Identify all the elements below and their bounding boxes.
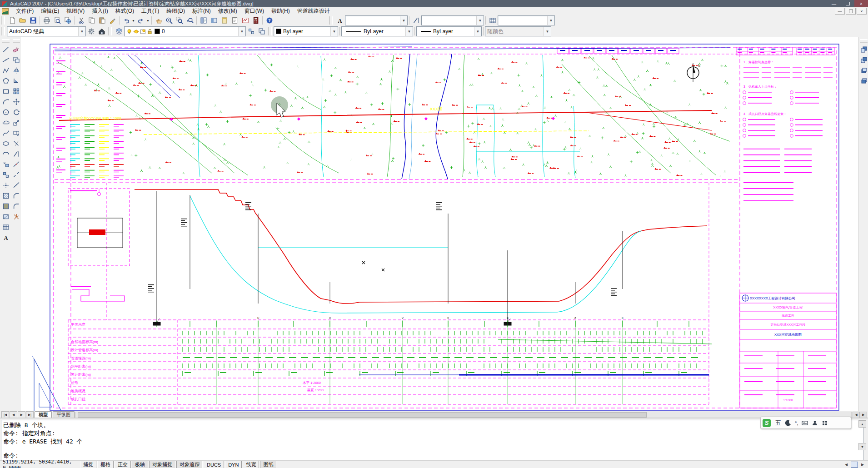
restore-button[interactable] bbox=[841, 0, 854, 7]
status-toggle-ducs[interactable]: DUCS bbox=[204, 461, 224, 468]
status-tray-icon[interactable] bbox=[851, 462, 858, 468]
workspace-combo[interactable]: AutoCAD 经典▼ bbox=[7, 26, 86, 36]
tb-copy-button[interactable] bbox=[86, 15, 97, 26]
tb-zoom-window-button[interactable] bbox=[174, 15, 185, 26]
tb-scale-button[interactable] bbox=[11, 117, 21, 128]
menu-dimension[interactable]: 标注(N) bbox=[189, 7, 215, 15]
tb-pline-button[interactable] bbox=[0, 65, 11, 75]
ime-mode-wubi[interactable]: 五 bbox=[775, 419, 781, 427]
tb-arc-button[interactable] bbox=[0, 96, 11, 107]
scroll-right-button[interactable]: ▶ bbox=[860, 412, 867, 418]
tb-extend-button[interactable] bbox=[411, 15, 421, 26]
tb-cut-button[interactable] bbox=[76, 15, 86, 26]
tb-draworder-front-button[interactable] bbox=[858, 44, 868, 55]
horizontal-scroll-thumb[interactable] bbox=[78, 412, 647, 418]
lineweight-combo[interactable]: ByLayer▼ bbox=[416, 26, 482, 36]
layout-tab-model[interactable]: 模型 bbox=[35, 411, 52, 418]
ime-punctuation[interactable]: °, bbox=[795, 420, 798, 426]
tb-break-point-button[interactable] bbox=[11, 159, 21, 169]
tab-nav-prev[interactable]: ◀ bbox=[10, 411, 17, 418]
tb-stretch-button[interactable] bbox=[11, 128, 21, 138]
sogou-logo-icon[interactable]: S bbox=[763, 419, 771, 427]
menu-help[interactable]: 帮助(H) bbox=[268, 7, 294, 15]
tb-gradient-button[interactable] bbox=[0, 201, 11, 211]
tb-save-button[interactable] bbox=[28, 15, 38, 26]
horizontal-scrollbar[interactable] bbox=[75, 412, 852, 418]
layer-unlock-icon[interactable] bbox=[147, 29, 153, 35]
tb-plot-button[interactable] bbox=[41, 15, 52, 26]
lineweight-combo-arrow[interactable]: ▼ bbox=[474, 27, 481, 36]
status-toggle-lwt[interactable]: 线宽 bbox=[243, 461, 259, 468]
tb-ellipse-button[interactable] bbox=[0, 138, 11, 149]
tb-workspace-settings-button[interactable] bbox=[86, 26, 96, 37]
tb-preview-button[interactable] bbox=[52, 15, 62, 26]
layer-on-bulb-icon[interactable] bbox=[126, 29, 132, 35]
tb-properties-button[interactable] bbox=[198, 15, 209, 26]
tb-make-block-button[interactable] bbox=[0, 169, 11, 180]
tb-zoom-previous-button[interactable] bbox=[185, 15, 195, 26]
undo-drop-arrow[interactable]: ▼ bbox=[131, 16, 135, 25]
tb-copyobj-button[interactable] bbox=[11, 55, 21, 65]
workspace-combo-arrow[interactable]: ▼ bbox=[78, 27, 85, 36]
tb-polygon-button[interactable] bbox=[0, 75, 11, 86]
table-style-combo-arrow[interactable]: ▼ bbox=[547, 16, 554, 25]
tb-zoom-realtime-button[interactable] bbox=[164, 15, 174, 26]
toolbox-grid-icon[interactable] bbox=[822, 420, 828, 426]
tb-sheetset-button[interactable] bbox=[229, 15, 240, 26]
moon-icon[interactable] bbox=[785, 420, 791, 426]
status-toggle-polar[interactable]: 极轴 bbox=[132, 461, 148, 468]
menu-edit[interactable]: 编辑(E) bbox=[37, 7, 63, 15]
tab-nav-next[interactable]: ▶ bbox=[18, 411, 25, 418]
text-style-combo[interactable]: ▼ bbox=[345, 15, 408, 25]
mdi-restore-button[interactable] bbox=[846, 8, 856, 15]
layout-tab-layout1[interactable]: 平纵图 bbox=[53, 411, 75, 418]
tb-mirror-button[interactable] bbox=[11, 65, 21, 75]
tb-point-button[interactable] bbox=[0, 180, 11, 190]
status-left-arrow-icon[interactable]: ◀ bbox=[843, 462, 850, 468]
tb-qnew-button[interactable] bbox=[7, 15, 17, 26]
layer-combo[interactable]: 0▼ bbox=[124, 26, 246, 36]
user-icon[interactable] bbox=[812, 420, 818, 426]
layer-combo-arrow[interactable]: ▼ bbox=[238, 27, 245, 36]
table-style-combo[interactable]: ▼ bbox=[498, 15, 555, 25]
tb-extend-button[interactable] bbox=[11, 149, 21, 159]
tb-redo-button[interactable] bbox=[135, 15, 146, 26]
status-toggle-osnap[interactable]: 对象捕捉 bbox=[149, 461, 175, 468]
status-toggle-otrack[interactable]: 对象追踪 bbox=[176, 461, 203, 468]
tb-draworder-back-button[interactable] bbox=[858, 55, 868, 65]
text-style-combo-arrow[interactable]: ▼ bbox=[400, 16, 407, 25]
menu-file[interactable]: 文件(F) bbox=[12, 7, 37, 15]
dim-style-combo-arrow[interactable]: ▼ bbox=[476, 16, 484, 25]
menu-pipeline-design[interactable]: 管道线路设计 bbox=[294, 7, 334, 15]
tb-array-button[interactable] bbox=[11, 86, 21, 96]
color-combo[interactable]: ByLayer▼ bbox=[274, 26, 338, 36]
menu-draw[interactable]: 绘图(D) bbox=[163, 7, 189, 15]
tb-draworder-under-button[interactable] bbox=[858, 75, 868, 86]
tb-table-button[interactable] bbox=[0, 222, 11, 232]
tb-erase-button[interactable] bbox=[11, 44, 21, 55]
tb-draworder-above-button[interactable] bbox=[858, 65, 868, 75]
menu-modify[interactable]: 修改(M) bbox=[215, 7, 241, 15]
tb-open-button[interactable] bbox=[17, 15, 28, 26]
tb-my-workspace-button[interactable] bbox=[96, 26, 107, 37]
tb-help-button[interactable]: ? bbox=[264, 15, 274, 26]
redo-drop-arrow[interactable]: ▼ bbox=[146, 16, 150, 25]
tb-spline-button[interactable] bbox=[0, 128, 11, 138]
tb-mtext-button[interactable]: A bbox=[334, 15, 345, 26]
tb-quickcalc-button[interactable] bbox=[250, 15, 261, 26]
status-toggle-snap[interactable]: 捕捉 bbox=[80, 461, 96, 468]
menu-insert[interactable]: 插入(I) bbox=[88, 7, 111, 15]
tb-designcenter-button[interactable] bbox=[209, 15, 219, 26]
tb-chamfer-button[interactable] bbox=[11, 190, 21, 201]
mdi-close-button[interactable]: × bbox=[857, 8, 867, 15]
drawing-canvas[interactable]: XXX河定向钻穿越XXX河平面图 1:1000N平面示意自然地面标高(m)设计管… bbox=[21, 37, 858, 411]
tb-explode-button[interactable] bbox=[11, 211, 21, 222]
status-toggle-paper[interactable]: 图纸 bbox=[260, 461, 276, 468]
tb-break-button[interactable] bbox=[11, 169, 21, 180]
minimize-button[interactable]: — bbox=[827, 0, 841, 7]
tb-region-button[interactable] bbox=[0, 211, 11, 222]
command-scroll-down-button[interactable]: ▼ bbox=[858, 443, 866, 450]
status-toggle-grid[interactable]: 栅格 bbox=[97, 461, 114, 468]
tb-make-object-layer-current-button[interactable] bbox=[246, 26, 256, 37]
command-history[interactable]: 已删除 8 个块。 命令: 指定对角点: 命令: e ERASE 找到 42 个 bbox=[1, 420, 863, 453]
